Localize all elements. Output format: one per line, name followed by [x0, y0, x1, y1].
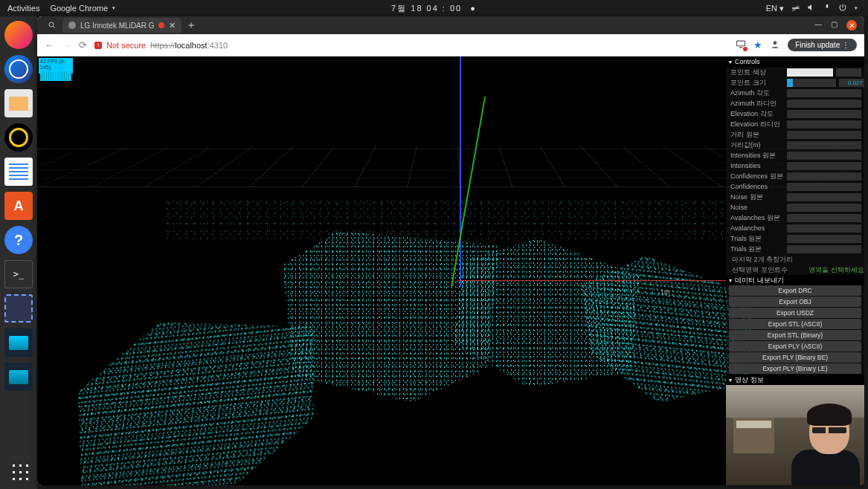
- dock-pictures2-icon[interactable]: [4, 363, 33, 391]
- point-size-value[interactable]: 0.027: [839, 79, 864, 87]
- power-icon[interactable]: [838, 3, 847, 13]
- forward-button[interactable]: →: [62, 39, 71, 51]
- section-export-head[interactable]: 데이터 내보내기: [726, 275, 864, 285]
- f-elev-angle: Elevation 각도: [730, 109, 784, 119]
- export-ply-le-button[interactable]: Export PLY (Binary LE): [729, 363, 861, 374]
- tab-close-button[interactable]: ✕: [169, 21, 176, 30]
- v-elev-angle: [787, 110, 861, 118]
- v-conf-raw: [787, 172, 861, 181]
- gui-panel: Controls 포인트 색상 포인트 크기 0.027 Azimuth 각도 …: [726, 56, 864, 485]
- point-color-hex[interactable]: [836, 68, 861, 77]
- url-box[interactable]: ! Not secure https://localhost:4310: [94, 41, 728, 50]
- volume-icon[interactable]: [807, 3, 816, 13]
- note-selcount-label: 선택영역 포인트수: [732, 265, 808, 275]
- ubuntu-dock: [0, 16, 37, 489]
- url-port: :4310: [208, 41, 228, 50]
- f-azimuth-angle: Azimuth 각도: [730, 88, 784, 98]
- window-minimize-button[interactable]: —: [814, 20, 822, 30]
- clock-button[interactable]: 7월 18 04 : 00 ●: [391, 3, 477, 14]
- f-azimuth-radian: Azimuth 라디언: [730, 99, 784, 109]
- export-stl-bin-button[interactable]: Export STL (Binary): [729, 330, 861, 340]
- export-ply-be-button[interactable]: Export PLY (Binary BE): [729, 352, 861, 363]
- appmenu-button[interactable]: Google Chrome ▾: [50, 4, 115, 13]
- section-video-head[interactable]: 영상 정보: [726, 375, 864, 385]
- note-last2dist: 마지막 2개 측정거리: [726, 254, 864, 265]
- dock-help-icon[interactable]: [4, 226, 33, 254]
- mic-icon[interactable]: [823, 3, 831, 13]
- v-trials: [787, 245, 861, 253]
- person-icon: [793, 405, 860, 485]
- finish-update-label: Finish update: [795, 41, 840, 49]
- svg-rect-1: [737, 41, 745, 46]
- dock-pictures-icon[interactable]: [4, 328, 33, 357]
- row-point-color: 포인트 색상: [726, 67, 864, 77]
- axis-z: [460, 56, 461, 287]
- browser-tab[interactable]: LG Innotek MLiDAR G ✕: [62, 18, 181, 33]
- window-close-button[interactable]: ✕: [846, 20, 857, 30]
- svg-point-2: [774, 41, 777, 45]
- address-bar: ← → ⟳ ! Not secure https://localhost:431…: [37, 34, 864, 56]
- export-ply-ascii-button[interactable]: Export PLY (ASCII): [729, 341, 861, 352]
- recording-icon: [158, 22, 164, 28]
- gnome-top-bar: Activities Google Chrome ▾ 7월 18 04 : 00…: [0, 0, 868, 16]
- row-point-size: 포인트 크기 0.027: [726, 77, 864, 88]
- export-stl-ascii-button[interactable]: Export STL (ASCII): [729, 319, 861, 329]
- point-size-slider[interactable]: [787, 79, 836, 87]
- point-color-label: 포인트 색상: [730, 68, 784, 77]
- export-usdz-button[interactable]: Export USDZ: [729, 308, 861, 318]
- dock-thunderbird-icon[interactable]: [4, 55, 33, 83]
- dock-screenshot-icon[interactable]: [4, 294, 33, 323]
- f-aval: Avalanches: [730, 224, 784, 232]
- new-tab-button[interactable]: ＋: [186, 19, 196, 32]
- tab-favicon-icon: [68, 22, 76, 29]
- dock-libreoffice-icon[interactable]: [4, 158, 33, 186]
- dock-show-apps-icon[interactable]: [9, 461, 28, 480]
- point-color-swatch[interactable]: [787, 68, 833, 77]
- network-icon[interactable]: ⧣: [791, 4, 800, 13]
- v-intens: [787, 162, 861, 170]
- f-dist-raw: 거리 원본: [730, 130, 784, 140]
- svg-point-0: [49, 22, 54, 27]
- f-noise-raw: Noise 원본: [730, 192, 784, 202]
- dock-files-icon[interactable]: [4, 89, 33, 117]
- lang-indicator[interactable]: EN ▾: [766, 4, 784, 13]
- tab-title: LG Innotek MLiDAR G: [80, 22, 154, 30]
- note-last2dist-label: 마지막 2개 측정거리: [732, 255, 864, 265]
- axis-x: [458, 280, 741, 281]
- bookmark-icon[interactable]: ★: [753, 39, 762, 51]
- activities-button[interactable]: Activities: [7, 4, 39, 13]
- note-selcount-hint: 영역을 선택하세요: [808, 265, 864, 275]
- f-elev-radian: Elevation 라디언: [730, 120, 784, 129]
- lidar-viewport[interactable]: 42 FPS (0-145) 1m Controls 포인트 색상: [37, 56, 864, 485]
- export-obj-button[interactable]: Export OBJ: [729, 297, 861, 307]
- point-size-label: 포인트 크기: [730, 78, 784, 88]
- export-drc-button[interactable]: Export DRC: [729, 285, 861, 296]
- camera-preview: [726, 385, 864, 485]
- chrome-window: LG Innotek MLiDAR G ✕ ＋ — ▢ ✕ ← → ⟳ ! No…: [37, 16, 864, 485]
- v-dist-m: [787, 141, 861, 149]
- v-dist-raw: [787, 131, 861, 139]
- finish-update-button[interactable]: Finish update ⋮: [788, 39, 857, 51]
- tabstrip: LG Innotek MLiDAR G ✕ ＋ — ▢ ✕: [37, 16, 864, 34]
- f-conf-raw: Confidences 원본: [730, 172, 784, 181]
- axes-gizmo: [451, 271, 451, 272]
- f-trials: Trials 원본: [730, 244, 784, 254]
- reload-button[interactable]: ⟳: [79, 39, 87, 51]
- dock-firefox-icon[interactable]: [4, 21, 33, 49]
- f-intens: Intensities: [730, 162, 784, 169]
- v-noise: [787, 204, 861, 212]
- profile-icon[interactable]: [770, 39, 780, 51]
- pointcloud-left: [57, 305, 330, 485]
- v-aval: [787, 224, 861, 233]
- screen-share-icon[interactable]: [736, 40, 746, 50]
- dock-rhythmbox-icon[interactable]: [4, 123, 33, 152]
- v-intens-raw: [787, 152, 861, 160]
- dock-software-icon[interactable]: [4, 192, 33, 220]
- dock-terminal-icon[interactable]: [4, 260, 33, 288]
- back-button[interactable]: ←: [45, 39, 54, 51]
- section-controls-head[interactable]: Controls: [726, 56, 864, 67]
- window-maximize-button[interactable]: ▢: [831, 20, 838, 30]
- search-tabs-button[interactable]: [42, 21, 62, 30]
- v-trials-raw: [787, 235, 861, 243]
- url-scheme: https://: [150, 41, 175, 50]
